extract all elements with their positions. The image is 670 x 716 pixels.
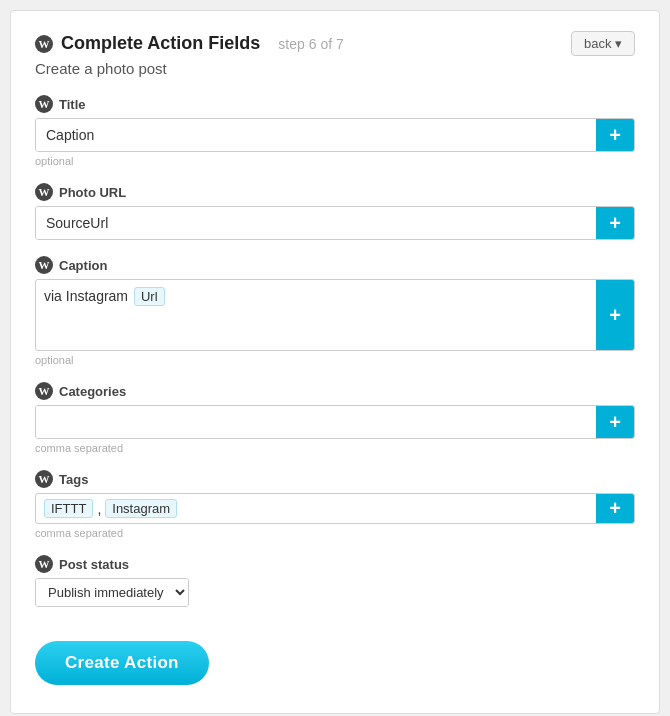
tags-plus-button[interactable]: + xyxy=(596,494,634,523)
caption-hint: optional xyxy=(35,354,635,366)
photo-url-input[interactable] xyxy=(36,207,596,239)
categories-hint: comma separated xyxy=(35,442,635,454)
caption-text-prefix: via Instagram xyxy=(44,288,128,304)
tags-chip-container[interactable]: IFTTT , Instagram xyxy=(36,494,596,523)
caption-content[interactable]: via Instagram Url xyxy=(36,280,596,350)
title-wp-icon: W xyxy=(35,95,53,113)
photo-url-wp-icon: W xyxy=(35,183,53,201)
photo-url-plus-button[interactable]: + xyxy=(596,207,634,239)
tag-chip-ifttt[interactable]: IFTTT xyxy=(44,499,93,518)
categories-plus-button[interactable]: + xyxy=(596,406,634,438)
categories-input-row: + xyxy=(35,405,635,439)
categories-field-group: W Categories + comma separated xyxy=(35,382,635,454)
categories-label: W Categories xyxy=(35,382,635,400)
title-label: W Title xyxy=(35,95,635,113)
tags-input-row: IFTTT , Instagram + xyxy=(35,493,635,524)
post-status-wp-icon: W xyxy=(35,555,53,573)
caption-wp-icon: W xyxy=(35,256,53,274)
post-status-select[interactable]: Publish immediatelyDraftPending Review xyxy=(36,579,188,606)
caption-label: W Caption xyxy=(35,256,635,274)
post-status-field-group: W Post status Publish immediatelyDraftPe… xyxy=(35,555,635,607)
subtitle: Create a photo post xyxy=(35,60,635,77)
caption-url-chip[interactable]: Url xyxy=(134,287,165,306)
step-label: step 6 of 7 xyxy=(278,36,343,52)
caption-input-row: via Instagram Url + xyxy=(35,279,635,351)
title-plus-button[interactable]: + xyxy=(596,119,634,151)
title-hint: optional xyxy=(35,155,635,167)
photo-url-input-row: + xyxy=(35,206,635,240)
tags-label: W Tags xyxy=(35,470,635,488)
page-title: Complete Action Fields xyxy=(61,33,260,54)
main-card: W Complete Action Fields step 6 of 7 bac… xyxy=(10,10,660,714)
photo-url-label: W Photo URL xyxy=(35,183,635,201)
tag-chip-instagram[interactable]: Instagram xyxy=(105,499,177,518)
tags-field-group: W Tags IFTTT , Instagram + comma separat… xyxy=(35,470,635,539)
create-action-button[interactable]: Create Action xyxy=(35,641,209,685)
back-button[interactable]: back ▾ xyxy=(571,31,635,56)
categories-wp-icon: W xyxy=(35,382,53,400)
post-status-select-row: Publish immediatelyDraftPending Review xyxy=(35,578,189,607)
tags-hint: comma separated xyxy=(35,527,635,539)
title-field-group: W Title + optional xyxy=(35,95,635,167)
title-input-row: + xyxy=(35,118,635,152)
categories-input[interactable] xyxy=(36,406,596,438)
caption-plus-button[interactable]: + xyxy=(596,280,634,350)
title-input[interactable] xyxy=(36,119,596,151)
header: W Complete Action Fields step 6 of 7 bac… xyxy=(35,31,635,56)
wp-logo-icon: W xyxy=(35,35,53,53)
caption-field-group: W Caption via Instagram Url + optional xyxy=(35,256,635,366)
tag-chip-sep: , xyxy=(97,501,101,517)
photo-url-field-group: W Photo URL + xyxy=(35,183,635,240)
post-status-label: W Post status xyxy=(35,555,635,573)
header-left: W Complete Action Fields step 6 of 7 xyxy=(35,33,344,54)
tags-wp-icon: W xyxy=(35,470,53,488)
